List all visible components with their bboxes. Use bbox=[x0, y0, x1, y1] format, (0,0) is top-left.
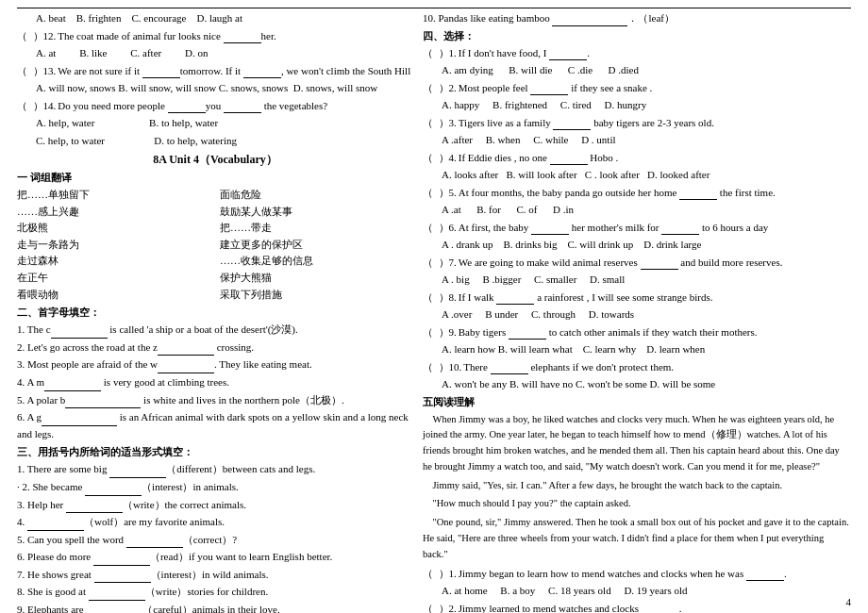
q14-bracket: （ ）14. bbox=[17, 98, 56, 114]
rq6-options: A . drank up B. drinks big C. will drink… bbox=[423, 237, 851, 253]
section-vocabulary-title: 8A Unit 4（Vocabulary） bbox=[17, 152, 413, 168]
wordform-title: 三、用括号内所给词的适当形式填空： bbox=[17, 445, 413, 459]
q12-d: D. laugh at bbox=[196, 12, 242, 24]
rq4-stem: （ ）4. If Eddie dies , no one Hobo . bbox=[423, 150, 851, 166]
rq8-stem: （ ）8. If I walk a rainforest , I will se… bbox=[423, 290, 851, 306]
q12-stem-options: A. at B. like C. after D. on bbox=[17, 45, 413, 61]
vocab-title: 一 词组翻译 bbox=[17, 171, 413, 185]
q10-stem: 10. Pandas like eating bamboo ．（leaf） bbox=[423, 10, 851, 26]
vocab-col-left: 把……单独留下 ……感上兴趣 北极熊 走与一条路为 走过森林 在正午 看喂动物 bbox=[17, 187, 210, 303]
rq2-stem: （ ）2. Most people feel if they see a sna… bbox=[423, 80, 851, 96]
rq9-options: A. learn how B. will learn what C. learn… bbox=[423, 341, 851, 357]
read-q2: （ ）2. Jimmy learned to mend watches and … bbox=[423, 601, 851, 613]
spell-q2: 2. Let's go across the road at the z cro… bbox=[17, 340, 413, 356]
rq5-options: A .at B. for C. of D .in bbox=[423, 202, 851, 218]
wf-q3: 3. Help her （write）the correct animals. bbox=[17, 497, 413, 514]
spell-q5: 5. A polar b is white and lives in the n… bbox=[17, 392, 413, 409]
rq10-stem: （ ）10. There elephants if we don't prote… bbox=[423, 359, 851, 375]
vocab-col-right: 面临危险 鼓励某人做某事 把……带走 建立更多的保护区 ……收集足够的信息 保护… bbox=[220, 187, 413, 303]
rq10-options: A. won't be any B. will have no C. won't… bbox=[423, 376, 851, 392]
rq3-options: A .after B. when C. while D . until bbox=[423, 132, 851, 148]
q13-bracket: （ ）13. bbox=[17, 63, 56, 79]
section5-title: 五阅读理解 bbox=[423, 395, 851, 409]
q12-options: A. beat B. frighten C. encourage D. laug… bbox=[17, 10, 413, 26]
reading-questions: （ ）1. Jimmy began to learn how to mend w… bbox=[423, 566, 851, 613]
rq6-stem: （ ）6. At first, the baby her mother's mi… bbox=[423, 220, 851, 236]
wf-q1: 1. There are some big （different）between… bbox=[17, 461, 413, 478]
wf-q6: 6. Please do more （read）if you want to l… bbox=[17, 549, 413, 566]
q12-c: C. encourage bbox=[131, 12, 186, 24]
wf-q9: 9. Elephants are （careful）animals in the… bbox=[17, 602, 413, 613]
rq8-options: A .over B under C. through D. towards bbox=[423, 306, 851, 323]
q12-stem: （ ）12. The coat made of animal fur looks… bbox=[17, 28, 413, 44]
read-q1-options: A. at home B. a boy C. 18 years old D. 1… bbox=[423, 583, 851, 599]
wf-q7: 7. He shows great （interest）in wild anim… bbox=[17, 567, 413, 584]
wf-q4: 4. （wolf）are my favorite animals. bbox=[17, 514, 413, 531]
section4-title: 四、选择： bbox=[423, 29, 851, 43]
reading-passage: When Jimmy was a boy, he liked watches a… bbox=[423, 412, 851, 563]
left-column: A. beat B. frighten C. encourage D. laug… bbox=[17, 10, 413, 613]
rq3-stem: （ ）3. Tigers live as a family baby tiger… bbox=[423, 115, 851, 131]
vocab-table: 把……单独留下 ……感上兴趣 北极熊 走与一条路为 走过森林 在正午 看喂动物 … bbox=[17, 187, 413, 303]
spell-q1: 1. The c is called 'a ship or a boat of … bbox=[17, 322, 413, 339]
spell-q4: 4. A m is very good at climbing trees. bbox=[17, 374, 413, 391]
q13-stem: （ ）13. We are not sure if it tomorrow. I… bbox=[17, 63, 413, 79]
q12-bracket: （ ）12. bbox=[17, 28, 56, 44]
q12-b: B. frighten bbox=[76, 12, 122, 24]
page-number: 4 bbox=[846, 596, 852, 607]
rq1-options: A. am dying B. will die C .die D .died bbox=[423, 62, 851, 78]
right-column: 10. Pandas like eating bamboo ．（leaf） 四、… bbox=[423, 10, 851, 613]
spell-q3: 3. Most people are afraid of the w. They… bbox=[17, 356, 413, 373]
wf-q2: · 2. She became （interest）in animals. bbox=[17, 479, 413, 496]
exam-page: A. beat B. frighten C. encourage D. laug… bbox=[0, 0, 868, 613]
read-q1: （ ）1. Jimmy began to learn how to mend w… bbox=[423, 566, 851, 582]
spell-q6: 6. A g is an African animal with dark sp… bbox=[17, 409, 413, 442]
rq2-options: A. happy B. frightened C. tired D. hungr… bbox=[423, 97, 851, 113]
wf-q5: 5. Can you spell the word （correct）? bbox=[17, 532, 413, 549]
rq7-options: A . big B .bigger C. smaller D. small bbox=[423, 272, 851, 288]
q14-options-ab: A. help, water B. to help, water bbox=[17, 115, 413, 131]
spelling-title: 二、首字母填空： bbox=[17, 306, 413, 320]
rq4-options: A. looks after B. will look after C . lo… bbox=[423, 167, 851, 183]
rq5-stem: （ ）5. At four months, the baby panda go … bbox=[423, 185, 851, 201]
q14-options-cd: C. help, to water D. to help, watering bbox=[17, 133, 413, 149]
rq9-stem: （ ）9. Baby tigers to catch other animals… bbox=[423, 324, 851, 340]
rq1-stem: （ ）1. If I don't have food, I . bbox=[423, 45, 851, 61]
q13-options: A. will now, snows B. will snow, will sn… bbox=[17, 80, 413, 96]
wf-q8: 8. She is good at （write）stories for chi… bbox=[17, 584, 413, 601]
q12-a: A. beat bbox=[36, 12, 66, 24]
q14-stem: （ ）14. Do you need more people you the v… bbox=[17, 98, 413, 114]
rq7-stem: （ ）7. We are going to make wild animal r… bbox=[423, 255, 851, 271]
